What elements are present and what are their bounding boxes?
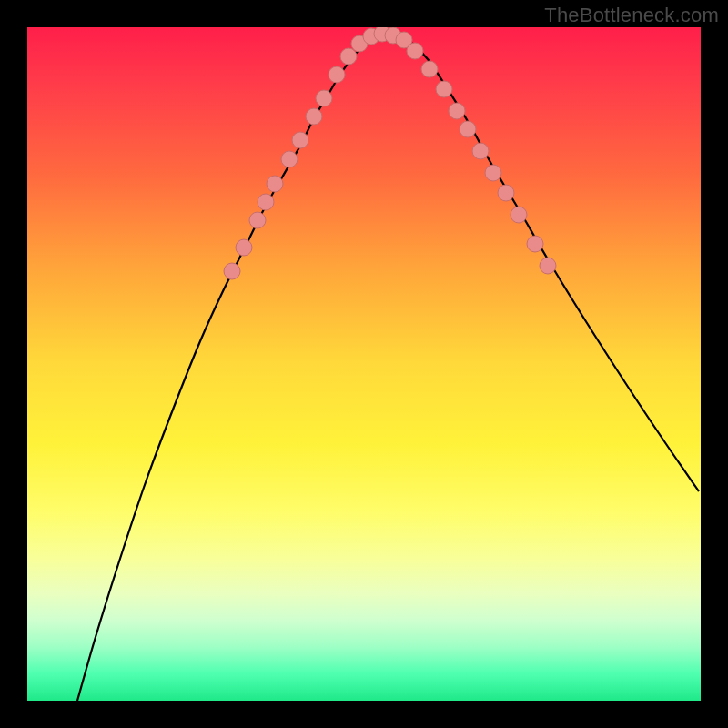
marker-dot — [511, 207, 527, 223]
marker-dot — [421, 61, 438, 77]
watermark-text: TheBottleneck.com — [544, 4, 719, 27]
marker-dot — [407, 43, 423, 59]
marker-dot — [498, 185, 514, 201]
chart-svg — [27, 27, 701, 701]
marker-dot — [460, 121, 476, 137]
marker-dot — [472, 143, 489, 159]
marker-dots — [224, 27, 556, 279]
marker-dot — [340, 48, 357, 65]
marker-dot — [281, 151, 298, 167]
marker-dot — [540, 258, 556, 274]
marker-dot — [316, 90, 332, 106]
marker-dot — [249, 212, 266, 228]
bottleneck-curve — [77, 33, 699, 701]
marker-dot — [258, 194, 274, 210]
marker-dot — [449, 103, 465, 119]
marker-dot — [292, 132, 308, 148]
marker-dot — [236, 239, 252, 256]
marker-dot — [485, 165, 501, 181]
marker-dot — [306, 108, 322, 125]
chart-frame: TheBottleneck.com — [0, 0, 728, 728]
marker-dot — [436, 81, 452, 97]
marker-dot — [527, 236, 543, 252]
plot-area — [27, 27, 701, 701]
marker-dot — [267, 176, 283, 192]
marker-dot — [224, 263, 240, 279]
marker-dot — [329, 66, 345, 83]
